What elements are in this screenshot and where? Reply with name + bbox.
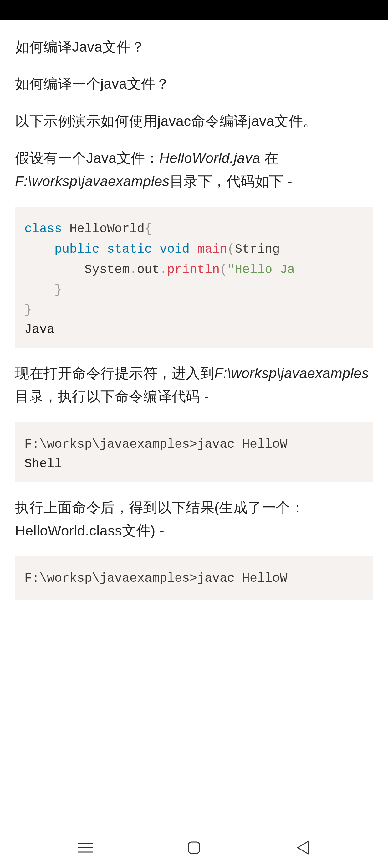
punct-token: ( — [220, 263, 227, 277]
text-span: 目录，执行以下命令编译代码 - — [15, 388, 209, 404]
subtitle-line: 如何编译一个java文件？ — [15, 72, 373, 95]
file-location-paragraph: 假设有一个Java文件：HelloWorld.java 在 F:\worksp\… — [15, 147, 373, 193]
keyword-token: void — [160, 242, 190, 256]
class-name-token: HelloWorld — [62, 222, 144, 236]
intro-paragraph: 以下示例演示如何使用javac命令编译java文件。 — [15, 110, 373, 133]
type-token: String — [235, 242, 287, 256]
article-content: 如何编译Java文件？ 如何编译一个java文件？ 以下示例演示如何使用java… — [0, 20, 388, 600]
string-token: "Hello Ja — [227, 263, 295, 277]
code-line: System.out.println("Hello Ja — [24, 260, 364, 280]
svg-marker-4 — [298, 841, 308, 854]
punct-token: . — [130, 263, 137, 277]
keyword-token: static — [107, 242, 152, 256]
back-button[interactable] — [291, 836, 314, 859]
recent-apps-button[interactable] — [74, 836, 97, 859]
ident-token: System — [24, 263, 130, 277]
path-em: F:\worksp\javaexamples — [214, 365, 369, 381]
text-span: 假设有一个Java文件： — [15, 150, 159, 166]
shell-code-block: F:\worksp\javaexamples>javac HelloW Shel… — [15, 422, 373, 482]
code-line: F:\worksp\javaexamples>javac HelloW — [24, 569, 364, 589]
status-bar — [0, 0, 388, 20]
path-em: F:\worksp\javaexamples — [15, 173, 170, 189]
punct-token: . — [160, 263, 167, 277]
code-line: class HelloWorld{ — [24, 219, 364, 240]
instruction-paragraph: 现在打开命令行提示符，进入到F:\worksp\javaexamples目录，执… — [15, 362, 373, 408]
text-span: 在 — [260, 150, 279, 166]
punct-token: ( — [227, 242, 235, 256]
filename-em: HelloWorld.java — [159, 150, 260, 166]
text-span: 目录下，代码如下 - — [170, 173, 293, 189]
code-line: } — [24, 300, 364, 321]
result-paragraph: 执行上面命令后，得到以下结果(生成了一个：HelloWorld.class文件)… — [15, 496, 373, 542]
title-line: 如何编译Java文件？ — [15, 35, 373, 59]
svg-rect-3 — [188, 842, 200, 853]
function-token: println — [167, 263, 220, 277]
keyword-token: class — [24, 222, 62, 236]
keyword-token: public — [55, 242, 99, 256]
ident-token: out — [137, 263, 160, 277]
home-button[interactable] — [183, 836, 205, 859]
function-token: main — [197, 242, 227, 256]
code-language-label: Java — [24, 322, 364, 337]
code-line: public static void main(String — [24, 240, 364, 260]
code-language-label: Shell — [24, 457, 364, 471]
java-code-block: class HelloWorld{ public static void mai… — [15, 207, 373, 348]
android-nav-bar — [0, 827, 388, 868]
output-code-block: F:\worksp\javaexamples>javac HelloW — [15, 556, 373, 600]
code-line: F:\worksp\javaexamples>javac HelloW — [24, 435, 364, 455]
code-line: } — [24, 280, 364, 301]
text-span: 现在打开命令行提示符，进入到 — [15, 365, 214, 381]
punct-token: { — [144, 222, 152, 236]
